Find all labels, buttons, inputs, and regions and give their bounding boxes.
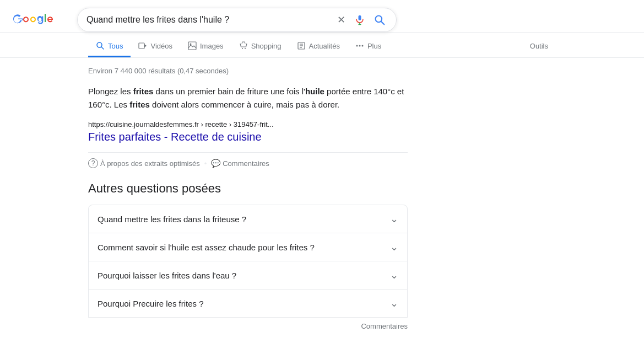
video-icon bbox=[138, 41, 147, 50]
paa-item-0[interactable]: Quand mettre les frites dans la friteuse… bbox=[88, 205, 408, 233]
paa-item-1[interactable]: Comment savoir si l'huile est assez chau… bbox=[88, 233, 408, 261]
svg-rect-8 bbox=[139, 43, 144, 49]
search-bar[interactable]: Quand mettre les frites dans l'huile ? ✕ bbox=[77, 8, 397, 32]
svg-rect-10 bbox=[188, 42, 196, 50]
news-icon bbox=[297, 41, 306, 50]
voice-search-button[interactable] bbox=[352, 14, 367, 25]
search-button[interactable] bbox=[372, 14, 387, 25]
paa-section: Autres questions posées Quand mettre les… bbox=[88, 181, 408, 335]
tab-outils[interactable]: Outils bbox=[522, 36, 556, 57]
tab-tous[interactable]: Tous bbox=[88, 36, 131, 57]
paa-item-header-1[interactable]: Comment savoir si l'huile est assez chau… bbox=[89, 233, 407, 261]
chevron-down-icon-1: ⌄ bbox=[390, 241, 398, 253]
tab-actualites[interactable]: Actualités bbox=[289, 36, 348, 57]
featured-snippet: Plongez les frites dans un premier bain … bbox=[88, 85, 408, 168]
snippet-footer: ? À propos des extraits optimisés • 💬 Co… bbox=[88, 152, 408, 168]
paa-item-3[interactable]: Pourquoi Precuire les frites ? ⌄ bbox=[88, 289, 408, 317]
svg-point-11 bbox=[190, 44, 191, 45]
bold-frites-2: frites bbox=[129, 100, 150, 109]
svg-point-18 bbox=[356, 45, 358, 47]
snippet-title-link[interactable]: Frites parfaites - Recette de cuisine bbox=[88, 131, 408, 143]
paa-question-2: Pourquoi laisser les frites dans l'eau ? bbox=[98, 271, 236, 280]
svg-point-13 bbox=[245, 48, 246, 49]
results-count: Environ 7 440 000 résultats (0,47 second… bbox=[88, 67, 408, 75]
comment-icon: 💬 bbox=[211, 159, 220, 168]
image-icon bbox=[188, 41, 197, 50]
search-input[interactable]: Quand mettre les frites dans l'huile ? bbox=[86, 15, 331, 25]
tab-shopping-label: Shopping bbox=[251, 42, 282, 50]
clear-icon[interactable]: ✕ bbox=[335, 14, 348, 26]
main-content: Environ 7 440 000 résultats (0,47 second… bbox=[0, 58, 496, 344]
snippet-text: Plongez les frites dans un premier bain … bbox=[88, 85, 408, 111]
tab-shopping[interactable]: Shopping bbox=[231, 36, 289, 57]
chevron-down-icon-0: ⌄ bbox=[390, 213, 398, 225]
google-logo[interactable] bbox=[13, 11, 64, 29]
footer-comments-label: Commentaires bbox=[223, 159, 269, 168]
paa-question-1: Comment savoir si l'huile est assez chau… bbox=[98, 243, 315, 252]
paa-item-header-2[interactable]: Pourquoi laisser les frites dans l'eau ?… bbox=[89, 261, 407, 289]
svg-point-20 bbox=[361, 45, 363, 47]
tab-tous-label: Tous bbox=[108, 42, 123, 50]
svg-line-5 bbox=[381, 22, 384, 24]
tab-images[interactable]: Images bbox=[180, 36, 231, 57]
paa-title: Autres questions posées bbox=[88, 181, 408, 196]
question-icon: ? bbox=[88, 158, 98, 168]
tab-plus[interactable]: Plus bbox=[348, 36, 389, 57]
svg-rect-1 bbox=[359, 15, 361, 20]
paa-question-0: Quand mettre les frites dans la friteuse… bbox=[98, 215, 246, 224]
snippet-url: https://cuisine.journaldesfemmes.fr › re… bbox=[88, 120, 408, 128]
bold-huile: huile bbox=[305, 87, 324, 96]
svg-rect-0 bbox=[45, 14, 46, 22]
tab-videos-label: Vidéos bbox=[150, 42, 172, 50]
footer-comments[interactable]: 💬 Commentaires bbox=[211, 159, 269, 168]
search-small-icon bbox=[96, 41, 105, 50]
tab-videos[interactable]: Vidéos bbox=[131, 36, 180, 57]
nav-tabs: Tous Vidéos Images Shopping Actualités P… bbox=[0, 36, 644, 57]
paa-question-3: Pourquoi Precuire les frites ? bbox=[98, 299, 204, 308]
paa-item-header-0[interactable]: Quand mettre les frites dans la friteuse… bbox=[89, 205, 407, 233]
chevron-down-icon-2: ⌄ bbox=[390, 269, 398, 281]
more-icon bbox=[355, 41, 364, 50]
tab-outils-label: Outils bbox=[530, 42, 548, 50]
svg-point-12 bbox=[242, 48, 243, 49]
svg-point-19 bbox=[359, 45, 360, 47]
shopping-icon bbox=[239, 41, 248, 50]
paa-item-2[interactable]: Pourquoi laisser les frites dans l'eau ?… bbox=[88, 261, 408, 289]
about-extracts[interactable]: ? À propos des extraits optimisés bbox=[88, 158, 200, 168]
tab-actualites-label: Actualités bbox=[309, 42, 340, 50]
svg-line-7 bbox=[101, 47, 104, 49]
header: Quand mettre les frites dans l'huile ? ✕ bbox=[0, 0, 644, 33]
paa-comments-label: Commentaires bbox=[361, 322, 408, 330]
footer-sep: • bbox=[204, 159, 207, 168]
paa-footer-comments[interactable]: Commentaires bbox=[88, 317, 408, 335]
tab-plus-label: Plus bbox=[367, 42, 381, 50]
chevron-down-icon-3: ⌄ bbox=[390, 297, 398, 309]
tab-images-label: Images bbox=[200, 42, 224, 50]
about-extracts-label: À propos des extraits optimisés bbox=[100, 159, 200, 168]
svg-marker-9 bbox=[144, 44, 147, 47]
paa-item-header-3[interactable]: Pourquoi Precuire les frites ? ⌄ bbox=[89, 290, 407, 317]
bold-frites-1: frites bbox=[133, 87, 154, 96]
